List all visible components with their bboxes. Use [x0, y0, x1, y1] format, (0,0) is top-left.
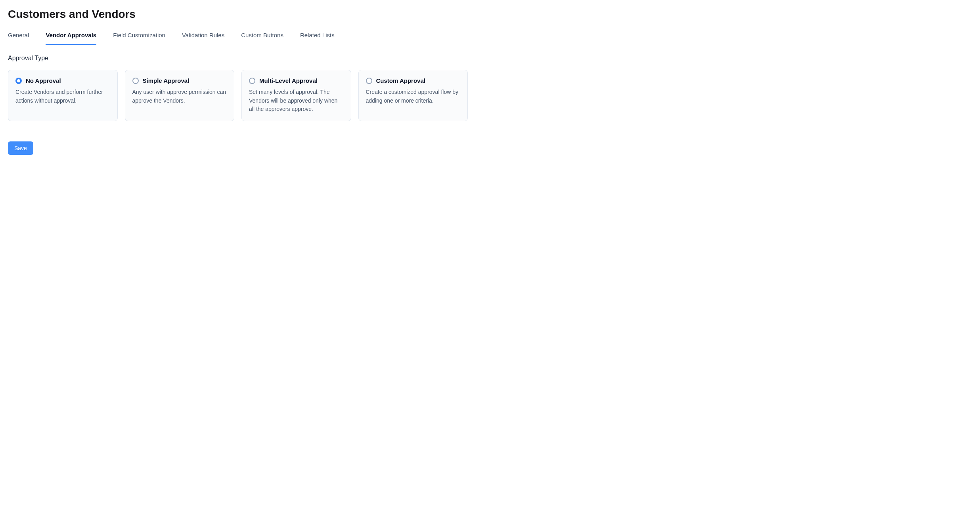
option-title: Custom Approval	[376, 77, 425, 84]
divider	[8, 131, 468, 131]
option-no-approval[interactable]: No Approval Create Vendors and perform f…	[8, 70, 118, 121]
page-title: Customers and Vendors	[8, 8, 972, 21]
section-label: Approval Type	[8, 55, 468, 62]
option-simple-approval[interactable]: Simple Approval Any user with approve pe…	[125, 70, 235, 121]
radio-icon[interactable]	[249, 78, 255, 84]
option-title: No Approval	[26, 77, 61, 84]
approval-options: No Approval Create Vendors and perform f…	[8, 70, 468, 121]
content-area: Approval Type No Approval Create Vendors…	[0, 45, 476, 164]
tab-related-lists[interactable]: Related Lists	[300, 32, 335, 45]
save-button[interactable]: Save	[8, 141, 33, 155]
radio-icon[interactable]	[366, 78, 372, 84]
option-desc: Set many levels of approval. The Vendors…	[249, 88, 344, 114]
option-desc: Create Vendors and perform further actio…	[15, 88, 110, 105]
page-header: Customers and Vendors	[0, 0, 980, 21]
radio-icon[interactable]	[132, 78, 139, 84]
option-header: Simple Approval	[132, 77, 227, 84]
option-title: Simple Approval	[143, 77, 189, 84]
tabs: General Vendor Approvals Field Customiza…	[0, 32, 980, 45]
option-desc: Create a customized approval flow by add…	[366, 88, 461, 105]
tab-validation-rules[interactable]: Validation Rules	[182, 32, 224, 45]
option-desc: Any user with approve permission can app…	[132, 88, 227, 105]
tab-general[interactable]: General	[8, 32, 29, 45]
tab-custom-buttons[interactable]: Custom Buttons	[241, 32, 283, 45]
radio-icon[interactable]	[15, 78, 22, 84]
option-custom-approval[interactable]: Custom Approval Create a customized appr…	[358, 70, 468, 121]
tab-vendor-approvals[interactable]: Vendor Approvals	[46, 32, 96, 45]
option-header: Multi-Level Approval	[249, 77, 344, 84]
tab-field-customization[interactable]: Field Customization	[113, 32, 165, 45]
option-title: Multi-Level Approval	[259, 77, 318, 84]
option-header: No Approval	[15, 77, 110, 84]
option-multi-level-approval[interactable]: Multi-Level Approval Set many levels of …	[241, 70, 351, 121]
option-header: Custom Approval	[366, 77, 461, 84]
